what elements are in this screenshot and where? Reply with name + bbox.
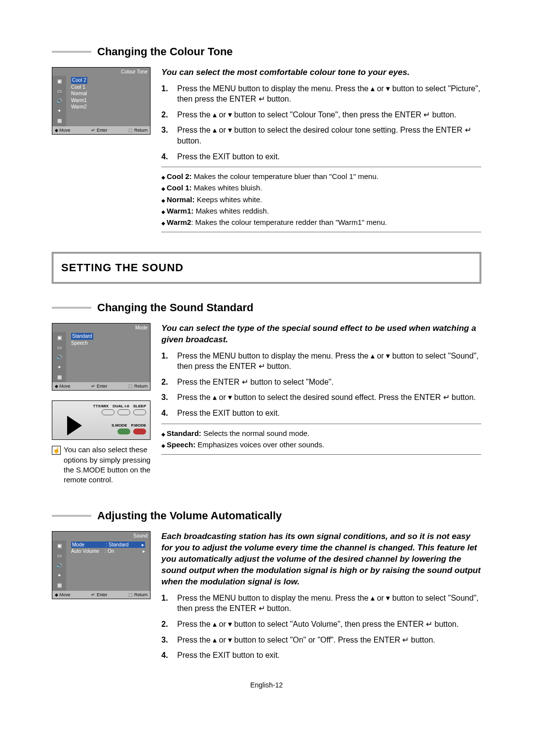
note-label: Warm2 xyxy=(167,218,191,226)
input-icon: ▣ xyxy=(55,78,63,85)
note-label: Cool 2: xyxy=(167,172,192,180)
step-text: Press the MENU button to display the men… xyxy=(177,593,481,614)
page-footer: English-12 xyxy=(52,681,481,690)
remote-image: TTX/MIX DUAL I-II SLEEP S.MODE P.MODE xyxy=(52,400,151,440)
remote-label: SLEEP xyxy=(133,404,146,409)
osd-body: Mode : Standard ▸ Auto Volume : On ▸ xyxy=(66,540,150,591)
osd-icon-column: ▣ ▭ 🔊 ✦ ▦ xyxy=(52,76,66,126)
osd-foot-move: ◆ Move xyxy=(55,383,71,389)
remote-label: P.MODE xyxy=(131,423,146,429)
step: Press the ▴ or ▾ button to select the de… xyxy=(161,392,481,403)
step-text: Press the ▴ or ▾ button to select "On" o… xyxy=(177,635,435,646)
section-intro: Each broadcasting station has its own si… xyxy=(161,531,481,588)
timer-icon: ✦ xyxy=(55,572,63,579)
input-icon: ▣ xyxy=(55,334,63,341)
osd-icon-column: ▣ ▭ 🔊 ✦ ▦ xyxy=(52,332,66,382)
step: Press the EXIT button to exit. xyxy=(161,408,481,419)
note-text: : Makes the colour temperature redder th… xyxy=(191,218,387,226)
osd-key: Auto Volume xyxy=(71,548,105,555)
osd-icon-column: ▣ ▭ 🔊 ✦ ▦ xyxy=(52,540,66,591)
osd-item-selected: Cool 2 xyxy=(71,77,87,84)
steps-list: Press the MENU button to display the men… xyxy=(161,83,481,162)
osd-item: Warm2 xyxy=(71,104,145,110)
section-header: Changing the Sound Standard xyxy=(52,300,481,315)
step-text: Press the EXIT button to exit. xyxy=(177,408,280,419)
timer-icon: ✦ xyxy=(55,108,63,114)
osd-foot-enter: ↵ Enter xyxy=(91,383,107,389)
step: Press the ▴ or ▾ button to select the de… xyxy=(161,125,481,146)
step: Press the ▴ or ▾ button to select "Colou… xyxy=(161,109,481,120)
osd-foot-return: ⬚ Return xyxy=(128,383,148,389)
remote-pmode-button xyxy=(133,429,146,434)
note-text: Makes whites reddish. xyxy=(193,207,269,215)
section-intro: You can select the type of the special s… xyxy=(161,323,481,346)
picture-icon: ▭ xyxy=(55,552,63,559)
osd-footer: ◆ Move ↵ Enter ⬚ Return xyxy=(52,382,150,390)
section-intro: You can select the most comfortable colo… xyxy=(161,67,481,78)
remote-label: TTX/MIX xyxy=(93,404,109,409)
note-label: Cool 1: xyxy=(167,183,192,192)
section-title: Changing the Sound Standard xyxy=(97,300,254,315)
sound-icon: 🔊 xyxy=(55,562,63,569)
osd-item: Auto Volume : On ▸ xyxy=(71,548,145,555)
step-text: Press the ENTER ↵ button to select "Mode… xyxy=(177,377,334,388)
osd-foot-enter: ↵ Enter xyxy=(91,127,107,133)
osd-value: On xyxy=(108,548,140,555)
note-text: Makes the colour temperature bluer than … xyxy=(192,172,379,180)
note-text: Makes whites bluish. xyxy=(192,183,263,192)
osd-footer: ◆ Move ↵ Enter ⬚ Return xyxy=(52,591,150,599)
sound-icon: 🔊 xyxy=(55,354,63,360)
sound-icon: 🔊 xyxy=(55,98,63,105)
step: Press the MENU button to display the men… xyxy=(161,83,481,105)
osd-value: Standard xyxy=(109,541,139,548)
step: Press the MENU button to display the men… xyxy=(161,351,481,372)
step-text: Press the ▴ or ▾ button to select "Auto … xyxy=(177,619,458,630)
step: Press the ▴ or ▾ button to select "On" o… xyxy=(161,635,481,646)
tip-text: You can also select these options by sim… xyxy=(64,445,151,485)
step: Press the MENU button to display the men… xyxy=(161,593,481,614)
osd-foot-return: ⬚ Return xyxy=(128,127,148,133)
remote-label: DUAL I-II xyxy=(113,404,129,409)
step-text: Press the EXIT button to exit. xyxy=(177,151,280,162)
section-bar xyxy=(52,307,91,309)
steps-list: Press the MENU button to display the men… xyxy=(161,593,481,661)
osd-body: Cool 2 Cool 1 Normal Warm1 Warm2 xyxy=(66,76,150,126)
osd-foot-move: ◆ Move xyxy=(55,127,71,133)
picture-icon: ▭ xyxy=(55,88,63,95)
note-label: Warm1: xyxy=(167,207,193,215)
note-label: Speech: xyxy=(167,440,195,449)
tip: ☝ You can also select these options by s… xyxy=(52,445,151,485)
section-bar xyxy=(52,51,91,53)
osd-title: Colour Tone xyxy=(52,68,150,76)
osd-item: Cool 1 xyxy=(71,84,145,91)
notes-box: Standard: Selects the normal sound mode.… xyxy=(161,424,481,455)
remote-button xyxy=(102,409,114,415)
note-label: Standard: xyxy=(167,429,201,437)
note-label: Normal: xyxy=(167,195,195,204)
step: Press the ▴ or ▾ button to select "Auto … xyxy=(161,619,481,630)
setup-icon: ▦ xyxy=(55,582,63,589)
remote-button xyxy=(117,409,130,415)
step-text: Press the MENU button to display the men… xyxy=(177,351,481,372)
setup-icon: ▦ xyxy=(55,117,63,124)
remote-button-row xyxy=(117,429,146,434)
osd-foot-return: ⬚ Return xyxy=(128,592,148,598)
osd-key: Mode xyxy=(72,541,106,548)
osd-footer: ◆ Move ↵ Enter ⬚ Return xyxy=(52,126,150,134)
osd-item: Speech xyxy=(71,340,145,347)
picture-icon: ▭ xyxy=(55,344,63,351)
osd-item-selected: Mode : Standard ▸ xyxy=(71,541,145,548)
osd-item: Warm1 xyxy=(71,97,145,104)
hand-icon: ☝ xyxy=(52,446,61,455)
step-text: Press the ▴ or ▾ button to select the de… xyxy=(177,392,476,403)
timer-icon: ✦ xyxy=(55,363,63,370)
osd-title: Mode xyxy=(52,324,150,332)
remote-label: S.MODE xyxy=(112,423,127,429)
osd-item: Normal xyxy=(71,90,145,97)
step: Press the EXIT button to exit. xyxy=(161,650,481,661)
remote-button xyxy=(133,409,146,415)
note-text: Selects the normal sound mode. xyxy=(201,429,309,437)
osd-body: Standard Speech xyxy=(66,332,150,382)
remote-arrow-graphic xyxy=(67,416,82,435)
major-section-title: SETTING THE SOUND xyxy=(52,252,481,284)
